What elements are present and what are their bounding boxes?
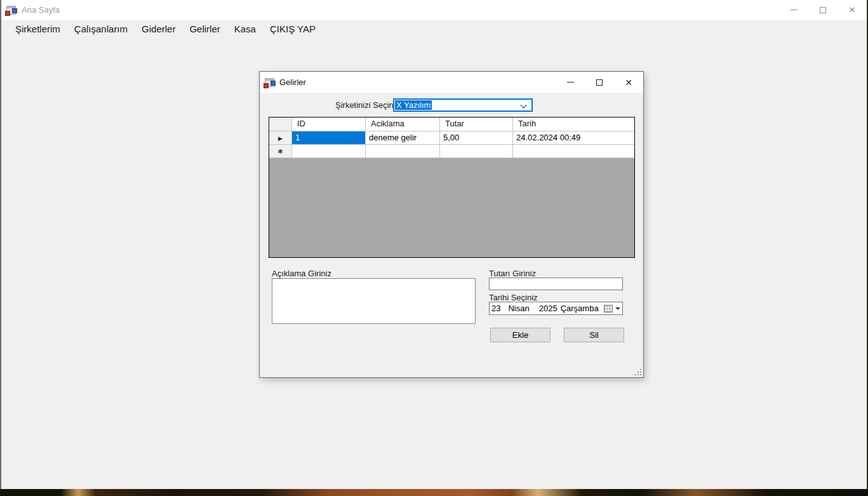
main-titlebar[interactable]: Ana Sayfa ✕ [1, 0, 867, 20]
new-row-icon: ✱ [277, 148, 283, 155]
maximize-icon [820, 7, 826, 13]
date-picker[interactable]: 23 Nisan 2025 Çarşamba [489, 302, 623, 315]
menu-item-cikis-yap[interactable]: ÇIKIŞ YAP [263, 21, 323, 37]
minimize-icon [567, 82, 574, 83]
cell-tarih[interactable]: 24.02.2024 00:49 [513, 131, 634, 144]
cell-aciklama-empty[interactable] [366, 145, 440, 158]
dialog-form-icon [265, 78, 274, 87]
grid-header-tarih[interactable]: Tarih [513, 117, 634, 131]
company-combobox[interactable]: X Yazılım [393, 98, 533, 112]
date-day[interactable]: 23 [491, 304, 500, 313]
dialog-minimize-button[interactable] [556, 72, 585, 92]
grid-corner-cell[interactable] [269, 117, 292, 131]
minimize-icon [791, 10, 798, 10]
cell-tarih-empty[interactable] [513, 145, 634, 158]
maximize-icon [596, 79, 603, 86]
cell-id[interactable]: 1 [292, 131, 366, 144]
grid-empty-area [269, 158, 634, 257]
dialog-close-button[interactable]: ✕ [614, 72, 643, 92]
table-row: ▶ 1 deneme gelir 5,00 24.02.2024 00:49 [269, 131, 634, 145]
delete-button[interactable]: Sil [564, 328, 624, 342]
dialog-titlebar[interactable]: Gelirler ✕ [260, 72, 643, 93]
calendar-icon [604, 305, 613, 312]
combobox-selected-value: X Yazılım [395, 100, 432, 110]
date-year[interactable]: 2025 [539, 304, 558, 313]
cell-aciklama[interactable]: deneme gelir [366, 131, 440, 144]
cell-tutar-empty[interactable] [440, 145, 513, 158]
grid-header-tutar[interactable]: Tutar [440, 117, 513, 131]
current-row-icon: ▶ [278, 135, 283, 142]
date-month[interactable]: Nisan [508, 304, 529, 313]
menu-item-kasa[interactable]: Kasa [227, 21, 263, 37]
menu-item-sirketlerim[interactable]: Şirketlerim [8, 21, 67, 37]
main-close-button[interactable]: ✕ [838, 0, 867, 20]
cell-id-empty[interactable] [292, 145, 366, 158]
dialog-maximize-button[interactable] [585, 72, 614, 92]
table-new-row: ✱ [269, 145, 634, 158]
description-label: Açıklama Giriniz [272, 269, 331, 278]
cell-tutar[interactable]: 5,00 [440, 131, 513, 144]
description-textarea[interactable] [272, 278, 476, 324]
dropdown-arrow-icon [615, 307, 620, 310]
resize-grip[interactable] [636, 370, 641, 375]
row-header-cell[interactable]: ▶ [269, 131, 292, 144]
add-button[interactable]: Ekle [490, 328, 551, 342]
grid-header-aciklama[interactable]: Aciklama [366, 117, 440, 131]
date-picker-dropdown[interactable] [604, 305, 620, 312]
company-select-label: Şirketinizi Seçiniz [335, 100, 399, 110]
date-label: Tarihi Seçiniz [489, 293, 538, 302]
grid-header-row: ID Aciklama Tutar Tarih [269, 117, 634, 131]
menu-item-calisanlarim[interactable]: Çalışanlarım [67, 21, 135, 37]
main-window-title: Ana Sayfa [22, 5, 60, 15]
main-maximize-button[interactable] [808, 0, 838, 20]
menu-item-giderler[interactable]: Giderler [135, 21, 182, 37]
grid-header-id[interactable]: ID [292, 117, 366, 131]
amount-input[interactable] [489, 278, 623, 290]
main-minimize-button[interactable] [779, 0, 808, 20]
close-icon: ✕ [849, 6, 856, 14]
gelirler-dialog: Gelirler ✕ Şirketinizi Seçiniz X Yazılım… [259, 71, 644, 378]
app-form-icon [6, 6, 16, 15]
chevron-down-icon [521, 102, 527, 109]
menu-item-gelirler[interactable]: Gelirler [182, 21, 227, 37]
close-icon: ✕ [625, 78, 632, 87]
row-header-cell[interactable]: ✱ [269, 145, 292, 158]
desktop-wallpaper: Ana Sayfa ✕ Şirketlerim Çalışanlarım Gid… [0, 0, 868, 496]
main-menubar: Şirketlerim Çalışanlarım Giderler Gelirl… [1, 20, 867, 37]
amount-label: Tutarı Giriniz [489, 269, 536, 278]
date-weekday[interactable]: Çarşamba [561, 304, 599, 313]
dialog-title: Gelirler [279, 77, 306, 87]
incomes-datagrid: ID Aciklama Tutar Tarih ▶ 1 deneme gelir… [269, 117, 635, 258]
